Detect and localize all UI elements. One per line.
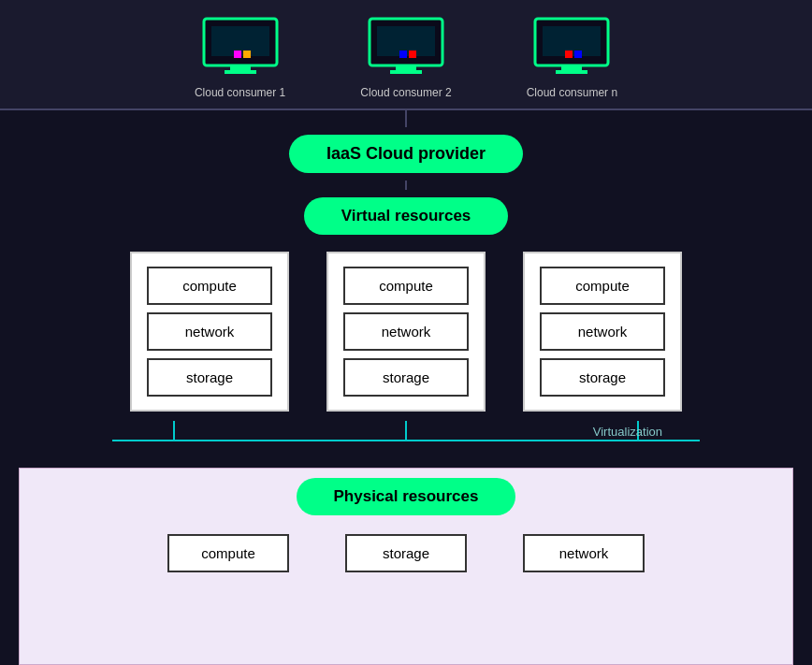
virtualization-line <box>112 440 700 441</box>
iaas-connector <box>405 181 407 190</box>
virtual-group-1: compute network storage <box>130 252 289 412</box>
svg-rect-9 <box>390 70 422 74</box>
virtual-resources-label: Virtual resources <box>304 197 509 235</box>
consumers-section: Cloud consumer 1 Cloud consumer 2 <box>0 0 812 108</box>
virtual-compute-3: compute <box>540 267 665 305</box>
physical-compute: compute <box>167 534 289 572</box>
svg-rect-11 <box>409 51 416 58</box>
consumer-n-label: Cloud consumer n <box>527 86 617 99</box>
virtual-storage-1: storage <box>147 358 272 397</box>
svg-rect-14 <box>561 65 582 70</box>
svg-rect-16 <box>565 51 573 58</box>
virt-connector-mid <box>405 421 407 441</box>
virtual-compute-1: compute <box>147 267 272 305</box>
iaas-section: IaaS Cloud provider Virtual resources <box>0 127 812 242</box>
svg-rect-10 <box>399 51 407 58</box>
virt-connector-left <box>173 421 175 441</box>
virtual-network-3: network <box>540 312 665 351</box>
iaas-provider-label: IaaS Cloud provider <box>289 135 523 173</box>
consumer-1-label: Cloud consumer 1 <box>195 86 285 99</box>
physical-network: network <box>523 534 645 572</box>
virtual-storage-3: storage <box>540 358 665 397</box>
consumer-2: Cloud consumer 2 <box>360 17 451 99</box>
consumer-2-label: Cloud consumer 2 <box>360 86 451 99</box>
virtual-group-3: compute network storage <box>523 252 682 412</box>
monitor-icon-2 <box>368 17 444 79</box>
monitor-icon-n <box>533 17 610 79</box>
diagram-container: Cloud consumer 1 Cloud consumer 2 <box>0 0 812 665</box>
svg-rect-3 <box>225 70 256 74</box>
svg-rect-5 <box>243 51 251 58</box>
virtual-group-2: compute network storage <box>326 252 486 412</box>
physical-section: Physical resources compute storage netwo… <box>19 468 793 665</box>
svg-rect-17 <box>574 51 582 58</box>
virtualization-row: Virtualization <box>0 421 812 468</box>
virtual-resource-groups: compute network storage compute network … <box>0 242 812 421</box>
top-connector <box>405 110 407 127</box>
svg-rect-4 <box>234 51 241 58</box>
virtual-network-1: network <box>147 312 272 351</box>
physical-boxes-row: compute storage network <box>48 534 764 572</box>
virtual-compute-2: compute <box>343 267 469 305</box>
svg-rect-2 <box>230 65 251 70</box>
svg-rect-15 <box>556 70 587 74</box>
monitor-icon-1 <box>202 17 279 79</box>
virtual-storage-2: storage <box>343 358 469 397</box>
consumer-n: Cloud consumer n <box>527 17 617 99</box>
physical-storage: storage <box>345 534 467 572</box>
virtual-network-2: network <box>343 312 469 351</box>
consumer-1: Cloud consumer 1 <box>195 17 285 99</box>
physical-resources-label: Physical resources <box>297 478 516 515</box>
svg-rect-8 <box>396 65 416 70</box>
virtualization-label: Virtualization <box>593 425 662 439</box>
